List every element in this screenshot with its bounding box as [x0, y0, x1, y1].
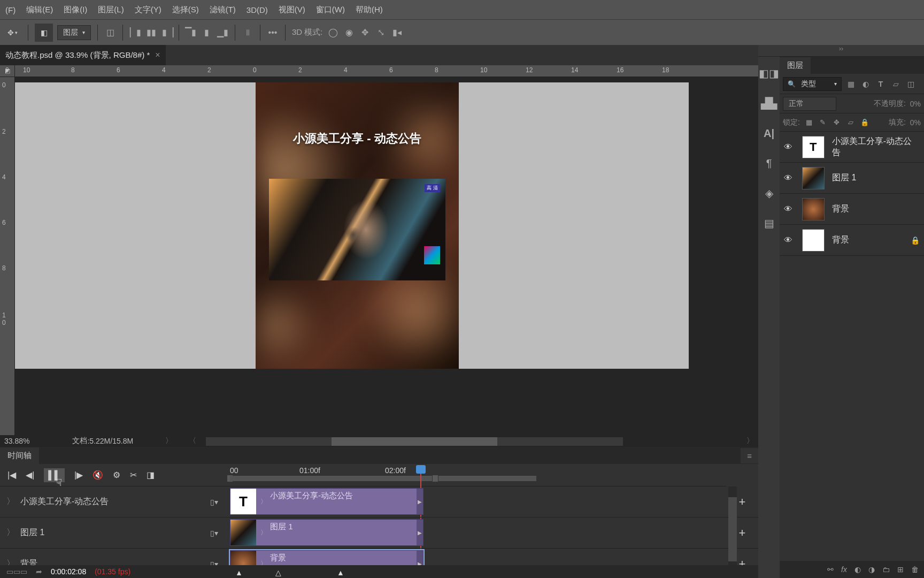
split-icon[interactable]: ✂: [130, 470, 137, 480]
expand-icon[interactable]: 〉: [6, 527, 13, 538]
distribute-icon[interactable]: ⫴: [242, 27, 253, 39]
group-icon[interactable]: 🗀: [882, 565, 890, 574]
lock-artboard-icon[interactable]: ▱: [846, 118, 856, 127]
expand-icon[interactable]: 〉: [6, 496, 13, 507]
visibility-icon[interactable]: 👁: [784, 235, 795, 245]
menu-view[interactable]: 视图(V): [273, 1, 311, 19]
transform-controls-icon[interactable]: ◫: [104, 27, 116, 39]
render-icon[interactable]: ➦: [36, 567, 42, 576]
zoom-out-icon[interactable]: ▲: [235, 568, 243, 577]
menu-image[interactable]: 图像(I): [58, 1, 93, 19]
adjustment-icon[interactable]: ◑: [868, 565, 875, 574]
tl-layer-opts-icon[interactable]: ▯▾: [210, 498, 218, 506]
layer-name[interactable]: 小源美工分享-动态公告: [832, 136, 920, 158]
libraries-icon[interactable]: ▤: [762, 216, 776, 230]
menu-edit[interactable]: 编辑(E): [21, 1, 58, 19]
character-icon[interactable]: A|: [762, 126, 776, 140]
document-content[interactable]: 小源美工分享 - 动态公告 高 清: [256, 82, 459, 369]
work-end-handle[interactable]: [432, 475, 438, 482]
ruler-vertical[interactable]: 0246810: [0, 77, 15, 435]
settings-icon[interactable]: ⚙: [113, 470, 120, 480]
target-select[interactable]: 图层: [57, 25, 91, 40]
zoom-handle-icon[interactable]: △: [275, 568, 281, 577]
mask-icon[interactable]: ◐: [854, 565, 861, 574]
document-tab[interactable]: 动态教程.psd @ 33.9% (背景, RGB/8#) * ×: [0, 45, 166, 65]
layer-name[interactable]: 图层 1: [832, 172, 856, 184]
blend-mode-select[interactable]: 正常: [783, 97, 836, 111]
more-icon[interactable]: •••: [267, 27, 279, 39]
h-scrollbar[interactable]: [206, 437, 623, 446]
layer-row[interactable]: 👁 T 小源美工分享-动态公告: [780, 132, 924, 163]
track-row[interactable]: 〉 图层 1 ▶: [225, 518, 726, 549]
vscroll-thumb[interactable]: [728, 497, 737, 561]
new-layer-icon[interactable]: ⊞: [897, 565, 904, 574]
opacity-value[interactable]: 0%: [910, 100, 921, 108]
prev-frame-icon[interactable]: ◀|: [26, 470, 34, 480]
scroll-right-icon[interactable]: 〉: [746, 436, 754, 446]
filter-pixel-icon[interactable]: ▦: [845, 78, 857, 90]
tab-layers[interactable]: 图层: [780, 57, 811, 74]
layer-row[interactable]: 👁 背景: [780, 194, 924, 225]
visibility-icon[interactable]: 👁: [784, 204, 795, 214]
transition-icon[interactable]: ◨: [147, 470, 155, 480]
paragraph-icon[interactable]: ¶: [762, 156, 776, 170]
status-arrow-icon[interactable]: 〉: [165, 436, 173, 446]
auto-select-icon[interactable]: ◧: [35, 24, 53, 42]
zoom-in-icon[interactable]: ▲: [337, 568, 344, 577]
mute-icon[interactable]: 🔇: [93, 470, 103, 480]
menu-file[interactable]: (F): [0, 1, 21, 19]
menu-type[interactable]: 文字(Y): [129, 1, 167, 19]
adjustments-icon[interactable]: ◧◨: [762, 66, 776, 80]
layer-row[interactable]: 👁 背景 🔒: [780, 225, 924, 256]
h-scroll-thumb[interactable]: [332, 437, 497, 446]
filter-smart-icon[interactable]: ◫: [905, 78, 917, 90]
menu-help[interactable]: 帮助(H): [350, 1, 388, 19]
align-hcenter-icon[interactable]: ▮▮: [145, 27, 157, 39]
fill-value[interactable]: 0%: [910, 118, 921, 127]
timeline-layer[interactable]: 〉 图层 1 ▯▾: [0, 518, 225, 549]
lock-transparency-icon[interactable]: ▦: [804, 118, 814, 127]
convert-icon[interactable]: ▭▭▭: [6, 567, 27, 576]
align-vcenter-icon[interactable]: ▮: [201, 27, 212, 39]
playhead[interactable]: [416, 465, 426, 474]
clip[interactable]: T 〉 小源美工分享-动态公告 ▶: [230, 488, 424, 515]
menu-filter[interactable]: 滤镜(T): [204, 1, 241, 19]
timeline-ruler[interactable]: 00 01:00f 02:00f: [225, 464, 726, 486]
visibility-icon[interactable]: 👁: [784, 142, 795, 152]
layer-name[interactable]: 背景: [832, 203, 849, 215]
menu-layer[interactable]: 图层(L): [93, 1, 129, 19]
panel-collapse-icon[interactable]: ››: [758, 45, 924, 57]
clip[interactable]: 〉 图层 1 ▶: [230, 519, 424, 546]
tl-layer-opts-icon[interactable]: ▯▾: [210, 529, 218, 537]
3d-icon[interactable]: ◈: [762, 186, 776, 200]
filter-shape-icon[interactable]: ▱: [890, 78, 902, 90]
scroll-left-icon[interactable]: 〈: [189, 436, 196, 446]
lock-position-icon[interactable]: ✥: [832, 118, 842, 127]
layer-name[interactable]: 背景: [832, 234, 849, 246]
align-left-icon[interactable]: ▏▮: [129, 27, 141, 39]
go-first-icon[interactable]: |◀: [7, 470, 16, 480]
timeline-layer[interactable]: 〉 小源美工分享-动态公告 ▯▾: [0, 486, 225, 518]
timecode[interactable]: 0:00:02:08: [51, 567, 86, 576]
lock-all-icon[interactable]: 🔒: [860, 118, 869, 127]
fx-icon[interactable]: fx: [841, 565, 847, 574]
canvas[interactable]: 小源美工分享 - 动态公告 高 清: [15, 82, 689, 369]
align-bottom-icon[interactable]: ▁▮: [217, 27, 228, 39]
clip-end-handle[interactable]: ▶: [417, 520, 423, 545]
filter-type-select[interactable]: 类型: [783, 77, 842, 91]
tab-timeline[interactable]: 时间轴: [0, 447, 39, 464]
menu-3d[interactable]: 3D(D): [241, 1, 273, 19]
visibility-icon[interactable]: 👁: [784, 173, 795, 183]
timeline-vscroll[interactable]: [728, 486, 737, 565]
align-top-icon[interactable]: ▔▮: [184, 27, 196, 39]
histogram-icon[interactable]: ▟▙: [762, 96, 776, 110]
close-tab-icon[interactable]: ×: [155, 50, 160, 60]
timeline-zoom[interactable]: ▲ △ ▲: [230, 565, 380, 578]
work-area[interactable]: [230, 476, 536, 481]
next-frame-icon[interactable]: |▶: [74, 470, 83, 480]
link-icon[interactable]: ⚯: [827, 565, 834, 574]
play-icon[interactable]: ▌▌☟: [44, 468, 65, 482]
move-tool-icon[interactable]: ✥▾: [3, 24, 21, 42]
delete-icon[interactable]: 🗑: [911, 565, 919, 574]
clip-end-handle[interactable]: ▶: [417, 489, 423, 514]
